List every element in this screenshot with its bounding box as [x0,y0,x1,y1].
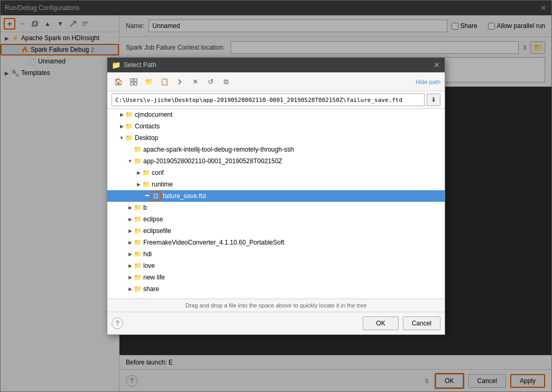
ftree-folder-runtime: 📁 [142,181,150,188]
ftree-arrow-cjmdocument: ▶ [118,112,125,117]
dialog-title-text: Select Path [124,61,156,69]
ftree-folder-apache-ssh: 📁 [134,146,142,153]
ftree-item-desktop[interactable]: ▼ 📁 Desktop [107,132,445,144]
dialog-footer: ? OK Cancel [107,312,445,334]
ftree-label-conf: conf [152,169,164,176]
ftree-label-contacts: Contacts [135,123,160,130]
ftree-folder-eclipsefile: 📁 [134,227,142,235]
ftree-folder-freemake: 📁 [134,239,142,246]
dialog-refresh-button[interactable]: ↺ [204,75,217,89]
ftree-folder-cjmdocument: 📁 [125,111,133,118]
file-tree-pane[interactable]: ▶ 📁 cjmdocument ▶ 📁 Contacts ▼ 📁 Desktop… [107,109,445,299]
ftree-label-failure-save: failure_save.ftd [163,192,206,200]
dialog-cancel-button[interactable]: Cancel [403,316,440,330]
ftree-folder-conf: 📁 [142,169,150,176]
ftree-arrow-conf: ▶ [135,170,142,175]
ftree-arrow-desktop: ▼ [118,135,125,141]
dialog-title-icon: 📁 [112,61,121,69]
ftree-item-freemake[interactable]: ▶ 📁 FreemakeVideoConverter_4.1.10.60_Por… [107,237,445,248]
ftree-item-app-folder[interactable]: ▼ 📁 app-20190528002110-0001_20190528T002… [107,155,445,167]
ftree-folder-desktop: 📁 [125,134,133,142]
ftree-label-app-folder: app-20190528002110-0001_20190528T002150Z [143,157,282,165]
ftree-item-cjmdocument[interactable]: ▶ 📁 cjmdocument [107,109,445,120]
ftree-arrow-new-life: ▶ [126,275,134,280]
hide-path-button[interactable]: Hide path [416,79,440,85]
ftree-arrow-freemake: ▶ [126,240,134,245]
ftree-label-apache-ssh: apache-spark-intellij-tool-debug-remotel… [143,146,294,153]
ftree-item-new-life[interactable]: ▶ 📁 new life [107,272,445,283]
modal-overlay: 📁 Select Path ✕ 🏠 📁 📋 [0,0,552,392]
ftree-item-runtime[interactable]: ▶ 📁 runtime [107,179,445,190]
dialog-copy-path-button[interactable]: ⧉ [219,75,233,89]
svg-rect-2 [131,79,133,81]
path-bar: ⬇ [107,91,445,109]
ftree-arrow-share: ▶ [126,286,134,292]
svg-rect-3 [134,79,137,81]
ftree-folder-eclipse: 📁 [134,216,142,223]
path-download-button[interactable]: ⬇ [427,94,440,106]
ftree-folder-share: 📁 [134,285,142,293]
svg-rect-4 [131,82,133,85]
ftree-label-cjmdocument: cjmdocument [135,111,172,118]
ftree-item-love[interactable]: ▶ 📁 love [107,260,445,272]
ftree-item-b[interactable]: ▶ 📁 b [107,202,445,213]
ftree-arrow-failure-save: ⮕ [143,193,151,199]
dialog-grid-button[interactable] [127,75,141,89]
path-input[interactable] [112,94,425,106]
ftree-label-runtime: runtime [152,181,173,188]
ftree-arrow-eclipse: ▶ [126,217,134,222]
ftree-item-eclipse[interactable]: ▶ 📁 eclipse [107,213,445,225]
ftree-label-eclipsefile: eclipsefile [143,227,171,235]
dialog-titlebar: 📁 Select Path ✕ [107,58,445,72]
select-path-dialog: 📁 Select Path ✕ 🏠 📁 📋 [107,57,445,335]
ftree-label-hdi: hdi [143,250,152,258]
ftree-arrow-runtime: ▶ [135,182,142,187]
ftree-label-new-life: new life [143,274,165,281]
dialog-hint: Drag and drop a file into the space abov… [107,299,445,312]
dialog-delete-button[interactable]: ✕ [188,75,202,89]
ftree-item-contacts[interactable]: ▶ 📁 Contacts [107,120,445,132]
ftree-item-hdi[interactable]: ▶ 📁 hdi [107,248,445,260]
ftree-label-eclipse: eclipse [143,216,163,223]
ftree-label-b: b [143,204,147,211]
dialog-new-folder-button[interactable]: 📋 [158,75,171,89]
ftree-arrow-b: ▶ [126,205,134,210]
ftree-folder-b: 📁 [134,204,142,211]
dialog-hint-text: Drag and drop a file into the space abov… [185,302,366,309]
ftree-folder-love: 📁 [134,262,142,269]
ftree-arrow-eclipsefile: ▶ [126,228,134,234]
ftree-item-eclipsefile[interactable]: ▶ 📁 eclipsefile [107,225,445,237]
dialog-home-button[interactable]: 🏠 [112,75,125,89]
ftree-item-conf[interactable]: ▶ 📁 conf [107,167,445,179]
ftree-item-share[interactable]: ▶ 📁 share [107,283,445,295]
ftree-folder-new-life: 📁 [134,274,142,281]
ftree-arrow-hdi: ▶ [126,251,134,257]
ftree-arrow-app-folder: ▼ [126,158,134,164]
dialog-toolbar: 🏠 📁 📋 ✕ ↺ ⧉ Hide path [107,72,445,91]
dialog-folder-button[interactable]: 📁 [142,75,156,89]
dialog-title: 📁 Select Path [112,61,156,69]
ftree-label-share: share [143,285,159,293]
ftree-label-love: love [143,262,155,269]
ftree-folder-hdi: 📁 [134,250,142,258]
ftree-folder-app: 📁 [134,157,142,165]
ftree-file-icon-failure-save: 🗋 [153,192,159,200]
ftree-arrow-contacts: ▶ [118,124,125,129]
dialog-forward-button[interactable] [173,75,187,89]
dialog-close-button[interactable]: ✕ [433,61,440,69]
dialog-footer-buttons: OK Cancel [363,316,440,330]
ftree-item-apache-ssh[interactable]: 📁 apache-spark-intellij-tool-debug-remot… [107,144,445,155]
dialog-help-button[interactable]: ? [112,318,123,329]
dialog-ok-button[interactable]: OK [363,316,398,330]
ftree-arrow-love: ▶ [126,263,134,268]
svg-rect-5 [134,82,137,85]
ftree-folder-contacts: 📁 [125,123,133,130]
ftree-item-tup[interactable]: ▶ 📁 tup [107,295,445,299]
ftree-item-failure-save[interactable]: ⮕ 🗋 failure_save.ftd [107,190,445,202]
ftree-label-desktop: Desktop [135,134,158,142]
ftree-label-freemake: FreemakeVideoConverter_4.1.10.60_Portabl… [143,239,284,246]
